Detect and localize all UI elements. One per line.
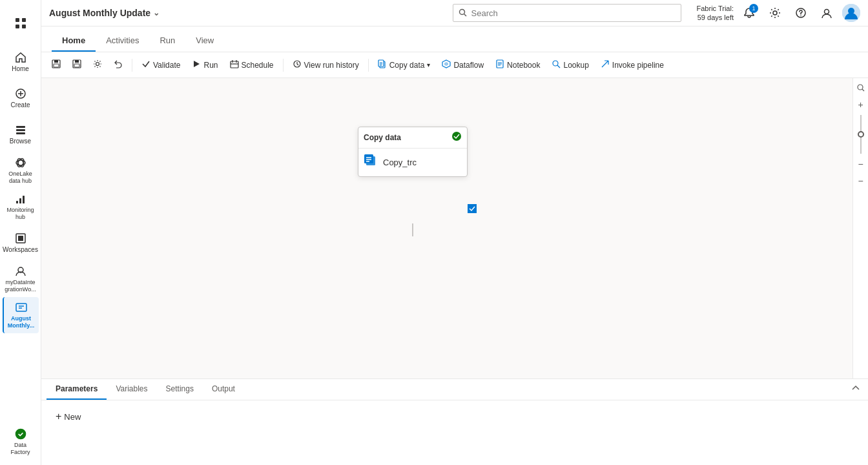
pipeline-node-title: Copy data [364,133,401,142]
topbar: August Monthly Update ⌄ Fabric Trial: 59… [41,0,868,26]
sidebar-item-onelake[interactable]: OneLakedata hub [3,152,39,189]
zoom-controls: + − − [852,78,868,378]
tab-view[interactable]: View [185,30,224,52]
invoke-pipeline-button[interactable]: Invoke pipeline [595,56,669,74]
workspaces-icon [14,232,27,245]
svg-rect-1 [22,18,26,22]
toolbar-settings-button[interactable] [88,56,107,74]
bottom-panel: Parameters Variables Settings Output + N… [41,378,868,465]
copy-data-button[interactable]: Copy data ▾ [373,56,436,74]
apps-icon [14,17,27,30]
title-chevron[interactable]: ⌄ [153,8,160,17]
new-label: New [64,412,81,422]
notification-button[interactable]: 1 [739,3,760,23]
sidebar-item-create[interactable]: Create [3,80,39,116]
sidebar-mydata-label: myDataIntegrationWo... [5,279,36,293]
pipeline-node-body: Copy_trc [358,149,467,176]
svg-rect-17 [18,236,23,241]
bottom-tab-settings[interactable]: Settings [157,379,203,400]
invoke-pipeline-icon [601,59,610,70]
save-icon [52,59,61,70]
zoom-minus-button[interactable]: − [854,158,867,170]
browse-icon [14,123,27,136]
notebook-icon [495,59,504,70]
pipeline-node-header: Copy data [358,127,467,149]
new-parameter-button[interactable]: + New [52,408,85,425]
zoom-slider[interactable] [860,115,862,154]
sidebar-item-workspaces[interactable]: Workspaces [3,225,39,261]
search-input[interactable] [471,8,676,18]
notebook-button[interactable]: Notebook [490,56,545,74]
copy-data-label: Copy data [389,61,425,70]
schedule-icon [230,59,239,70]
sidebar-item-monitoring[interactable]: Monitoringhub [3,189,39,225]
lookup-label: Lookup [563,61,588,70]
sidebar-item-datafactory[interactable]: Data Factory [3,424,39,460]
copy-data-dropdown-icon: ▾ [427,61,430,68]
user-icon [821,7,832,19]
sidebar-workspaces-label: Workspaces [3,246,38,254]
bottom-panel-collapse-button[interactable] [849,381,863,398]
avatar[interactable] [842,4,860,22]
toolbar-separator-3 [368,59,369,72]
mydata-icon [14,265,27,278]
settings-button[interactable] [765,3,785,23]
svg-point-58 [452,132,461,141]
pipeline-node-status [451,131,462,144]
svg-line-65 [862,89,864,91]
dataflow-button[interactable]: Dataflow [437,56,489,74]
pipeline-node-item-name: Copy_trc [383,158,417,167]
run-label: Run [203,61,218,70]
saveas-button[interactable] [67,56,87,74]
bottom-tab-output[interactable]: Output [203,379,244,400]
svg-point-64 [858,85,863,90]
svg-rect-40 [231,61,238,68]
undo-icon [114,59,123,70]
tab-run[interactable]: Run [149,30,185,52]
sidebar-item-apps[interactable] [3,5,39,41]
view-run-history-button[interactable]: View run history [287,56,364,74]
sidebar-home-label: Home [12,65,29,73]
lookup-button[interactable]: Lookup [546,56,594,74]
tab-activities[interactable]: Activities [96,30,149,52]
zoom-plus-button[interactable]: + [854,98,867,111]
svg-marker-39 [194,61,200,67]
schedule-button[interactable]: Schedule [225,56,279,74]
svg-line-24 [464,14,466,17]
help-button[interactable] [790,3,811,23]
bottom-tab-parameters[interactable]: Parameters [46,379,107,400]
toolbar-settings-icon [93,59,102,70]
app-title-area: August Monthly Update ⌄ [49,8,160,18]
tab-home[interactable]: Home [52,30,96,52]
undo-button[interactable] [108,56,128,74]
canvas-bottom-wrapper: Copy data [41,78,868,465]
saveas-icon [72,59,81,70]
run-button[interactable]: Run [187,56,223,74]
svg-point-25 [773,11,777,15]
app-title: August Monthly Update [49,8,150,18]
search-bar[interactable] [453,4,681,22]
canvas-area[interactable]: Copy data [41,78,868,378]
datafactory-icon [14,428,27,440]
zoom-search-icon[interactable] [856,83,865,94]
validate-button[interactable]: Validate [136,56,185,74]
main-content: August Monthly Update ⌄ Fabric Trial: 59… [41,0,868,465]
svg-rect-15 [23,196,25,203]
bottom-tab-variables[interactable]: Variables [107,379,156,400]
zoom-reset-button[interactable]: − [854,174,867,187]
notebook-label: Notebook [507,61,540,70]
august-pipeline-icon [15,301,28,314]
svg-rect-14 [19,198,21,203]
sidebar-item-mydata[interactable]: myDataIntegrationWo... [3,261,39,297]
sidebar-item-august[interactable]: AugustMonthly... [3,297,39,333]
pipeline-node-copy-data[interactable]: Copy data [358,127,468,177]
svg-point-56 [553,61,558,66]
node-selection-checkbox[interactable] [468,204,477,213]
run-icon [192,59,201,70]
save-button[interactable] [46,56,66,74]
svg-rect-36 [74,64,79,67]
sidebar-item-home[interactable]: Home [3,44,39,80]
sidebar-item-browse[interactable]: Browse [3,116,39,152]
svg-rect-8 [16,129,25,131]
user-profile-button[interactable] [816,3,837,23]
